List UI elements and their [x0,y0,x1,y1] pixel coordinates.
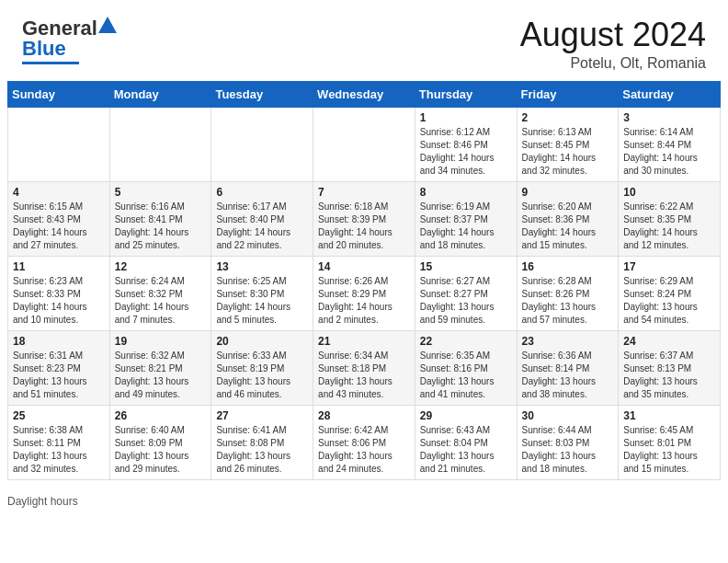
table-row: 23Sunrise: 6:36 AM Sunset: 8:14 PM Dayli… [517,330,619,405]
table-row: 29Sunrise: 6:43 AM Sunset: 8:04 PM Dayli… [415,405,517,479]
table-row: 24Sunrise: 6:37 AM Sunset: 8:13 PM Dayli… [619,330,721,405]
table-row [211,107,313,181]
day-number: 7 [318,186,410,199]
day-number: 31 [623,409,715,422]
day-info: Sunrise: 6:16 AM Sunset: 8:41 PM Dayligh… [115,201,207,252]
day-info: Sunrise: 6:23 AM Sunset: 8:33 PM Dayligh… [13,275,105,327]
table-row: 11Sunrise: 6:23 AM Sunset: 8:33 PM Dayli… [8,256,110,330]
day-info: Sunrise: 6:14 AM Sunset: 8:44 PM Dayligh… [623,126,715,178]
header-friday: Friday [517,81,619,107]
day-number: 23 [522,335,614,348]
day-number: 9 [522,186,614,199]
day-info: Sunrise: 6:17 AM Sunset: 8:40 PM Dayligh… [216,201,308,252]
calendar-wrapper: Sunday Monday Tuesday Wednesday Thursday… [0,81,728,491]
table-row [313,107,415,181]
table-row: 7Sunrise: 6:18 AM Sunset: 8:39 PM Daylig… [313,181,415,256]
day-info: Sunrise: 6:20 AM Sunset: 8:36 PM Dayligh… [522,201,614,252]
calendar-header: Sunday Monday Tuesday Wednesday Thursday… [8,81,721,107]
day-number: 16 [522,260,614,273]
day-number: 21 [318,335,410,348]
table-row: 9Sunrise: 6:20 AM Sunset: 8:36 PM Daylig… [517,181,619,256]
day-info: Sunrise: 6:32 AM Sunset: 8:21 PM Dayligh… [115,350,207,401]
day-info: Sunrise: 6:44 AM Sunset: 8:03 PM Dayligh… [522,424,614,476]
calendar-week-row: 1Sunrise: 6:12 AM Sunset: 8:46 PM Daylig… [8,107,721,181]
day-info: Sunrise: 6:28 AM Sunset: 8:26 PM Dayligh… [522,275,614,327]
day-number: 24 [623,335,715,348]
day-info: Sunrise: 6:19 AM Sunset: 8:37 PM Dayligh… [420,201,512,252]
day-info: Sunrise: 6:13 AM Sunset: 8:45 PM Dayligh… [522,126,614,178]
calendar-table: Sunday Monday Tuesday Wednesday Thursday… [7,81,721,480]
day-info: Sunrise: 6:43 AM Sunset: 8:04 PM Dayligh… [420,424,512,476]
header-sunday: Sunday [8,81,110,107]
day-number: 13 [216,260,308,273]
table-row: 21Sunrise: 6:34 AM Sunset: 8:18 PM Dayli… [313,330,415,405]
day-info: Sunrise: 6:12 AM Sunset: 8:46 PM Dayligh… [420,126,512,178]
table-row: 31Sunrise: 6:45 AM Sunset: 8:01 PM Dayli… [619,405,721,479]
day-number: 26 [115,409,207,422]
day-number: 4 [13,186,105,199]
title-section: August 2024 Potelu, Olt, Romania [520,17,706,72]
table-row: 14Sunrise: 6:26 AM Sunset: 8:29 PM Dayli… [313,256,415,330]
month-year-title: August 2024 [520,17,706,53]
header-tuesday: Tuesday [211,81,313,107]
table-row: 28Sunrise: 6:42 AM Sunset: 8:06 PM Dayli… [313,405,415,479]
table-row: 27Sunrise: 6:41 AM Sunset: 8:08 PM Dayli… [211,405,313,479]
day-info: Sunrise: 6:15 AM Sunset: 8:43 PM Dayligh… [13,201,105,252]
table-row: 17Sunrise: 6:29 AM Sunset: 8:24 PM Dayli… [619,256,721,330]
day-info: Sunrise: 6:29 AM Sunset: 8:24 PM Dayligh… [623,275,715,327]
day-number: 2 [522,111,614,124]
table-row: 8Sunrise: 6:19 AM Sunset: 8:37 PM Daylig… [415,181,517,256]
table-row: 19Sunrise: 6:32 AM Sunset: 8:21 PM Dayli… [109,330,211,405]
table-row: 26Sunrise: 6:40 AM Sunset: 8:09 PM Dayli… [109,405,211,479]
day-number: 28 [318,409,410,422]
day-number: 30 [522,409,614,422]
day-info: Sunrise: 6:25 AM Sunset: 8:30 PM Dayligh… [216,275,308,327]
header-thursday: Thursday [415,81,517,107]
day-number: 15 [420,260,512,273]
header-monday: Monday [109,81,211,107]
day-info: Sunrise: 6:18 AM Sunset: 8:39 PM Dayligh… [318,201,410,252]
day-info: Sunrise: 6:35 AM Sunset: 8:16 PM Dayligh… [420,350,512,401]
table-row: 4Sunrise: 6:15 AM Sunset: 8:43 PM Daylig… [8,181,110,256]
logo-underline [22,62,79,64]
day-info: Sunrise: 6:31 AM Sunset: 8:23 PM Dayligh… [13,350,105,401]
table-row: 15Sunrise: 6:27 AM Sunset: 8:27 PM Dayli… [415,256,517,330]
day-number: 25 [13,409,105,422]
header-saturday: Saturday [619,81,721,107]
table-row: 3Sunrise: 6:14 AM Sunset: 8:44 PM Daylig… [619,107,721,181]
table-row: 18Sunrise: 6:31 AM Sunset: 8:23 PM Dayli… [8,330,110,405]
day-number: 8 [420,186,512,199]
day-number: 3 [623,111,715,124]
day-number: 17 [623,260,715,273]
days-of-week-row: Sunday Monday Tuesday Wednesday Thursday… [8,81,721,107]
day-info: Sunrise: 6:22 AM Sunset: 8:35 PM Dayligh… [623,201,715,252]
day-info: Sunrise: 6:37 AM Sunset: 8:13 PM Dayligh… [623,350,715,401]
table-row [109,107,211,181]
day-info: Sunrise: 6:34 AM Sunset: 8:18 PM Dayligh… [318,350,410,401]
table-row: 16Sunrise: 6:28 AM Sunset: 8:26 PM Dayli… [517,256,619,330]
footer: Daylight hours [0,491,728,515]
day-number: 1 [420,111,512,124]
header-wednesday: Wednesday [313,81,415,107]
table-row: 22Sunrise: 6:35 AM Sunset: 8:16 PM Dayli… [415,330,517,405]
page-header: General Blue August 2024 Potelu, Olt, Ro… [0,0,728,81]
table-row [8,107,110,181]
table-row: 6Sunrise: 6:17 AM Sunset: 8:40 PM Daylig… [211,181,313,256]
day-info: Sunrise: 6:26 AM Sunset: 8:29 PM Dayligh… [318,275,410,327]
table-row: 5Sunrise: 6:16 AM Sunset: 8:41 PM Daylig… [109,181,211,256]
table-row: 1Sunrise: 6:12 AM Sunset: 8:46 PM Daylig… [415,107,517,181]
calendar-week-row: 4Sunrise: 6:15 AM Sunset: 8:43 PM Daylig… [8,181,721,256]
table-row: 12Sunrise: 6:24 AM Sunset: 8:32 PM Dayli… [109,256,211,330]
table-row: 25Sunrise: 6:38 AM Sunset: 8:11 PM Dayli… [8,405,110,479]
table-row: 10Sunrise: 6:22 AM Sunset: 8:35 PM Dayli… [619,181,721,256]
day-number: 20 [216,335,308,348]
logo: General Blue [22,17,117,64]
day-number: 6 [216,186,308,199]
location-subtitle: Potelu, Olt, Romania [520,55,706,72]
day-number: 22 [420,335,512,348]
day-number: 14 [318,260,410,273]
day-number: 5 [115,186,207,199]
calendar-body: 1Sunrise: 6:12 AM Sunset: 8:46 PM Daylig… [8,107,721,479]
logo-text-blue: Blue [22,37,66,61]
table-row: 20Sunrise: 6:33 AM Sunset: 8:19 PM Dayli… [211,330,313,405]
